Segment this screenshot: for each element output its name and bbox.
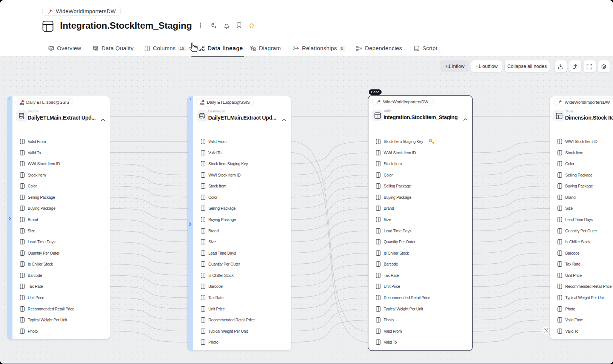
svg-text:SSIS: SSIS	[19, 103, 24, 106]
svg-text:SSIS: SSIS	[200, 103, 205, 106]
